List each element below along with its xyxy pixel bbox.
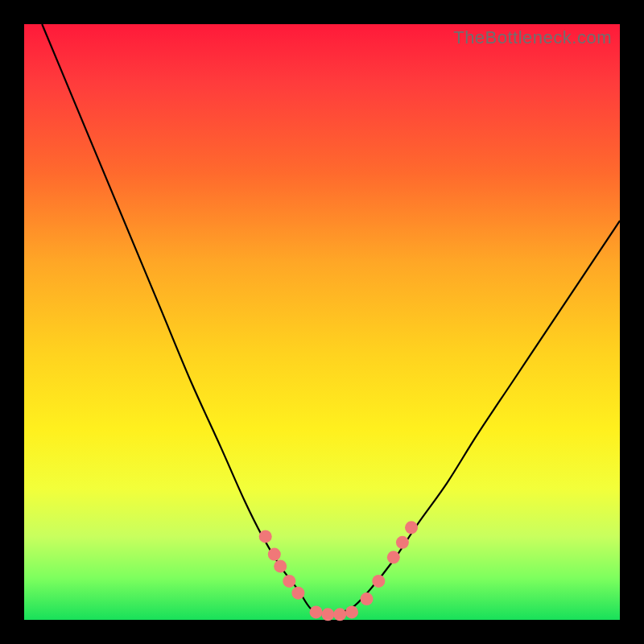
curve-layer <box>24 24 620 620</box>
data-dot <box>333 608 346 621</box>
data-dot <box>291 587 304 600</box>
data-dot <box>321 608 334 621</box>
data-dot <box>310 605 323 618</box>
data-dot <box>396 536 409 549</box>
data-dot <box>361 592 374 605</box>
data-dot <box>268 548 281 561</box>
chart-frame: TheBottleneck.com <box>0 0 644 644</box>
data-dot <box>387 551 400 564</box>
data-dot <box>259 530 272 543</box>
plot-area: TheBottleneck.com <box>24 24 620 620</box>
data-dot <box>372 575 385 588</box>
curve-dots <box>259 521 418 621</box>
data-dot <box>274 559 287 572</box>
bottleneck-curve <box>42 24 620 615</box>
data-dot <box>405 521 418 534</box>
data-dot <box>283 575 295 588</box>
data-dot <box>345 605 358 618</box>
